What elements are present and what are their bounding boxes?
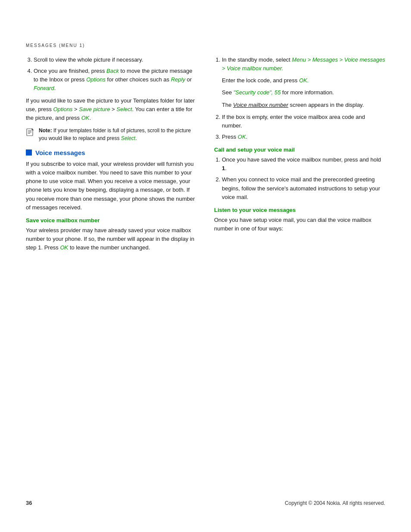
page-footer: 36 Copyright © 2004 Nokia. All rights re… [26,500,385,506]
reply-link: Reply [171,76,185,83]
enter-lock-code: Enter the lock code, and press OK. [222,76,385,85]
list-item-3: Scroll to view the whole picture if nece… [34,56,197,64]
hold-1: 1 [222,165,225,171]
ok-link4: OK [238,134,246,140]
voice-messages-body: If you subscribe to voice mail, your wir… [26,160,197,212]
note-icon [26,128,35,137]
menu-path-link: Menu > Messages > Voice messages > Voice… [222,56,385,72]
right-list-item-3: Press OK. [222,133,385,141]
svg-rect-1 [28,131,31,131]
voice-mailbox-italic: Voice mailbox number [233,102,288,108]
intro-list: Scroll to view the whole picture if nece… [34,56,197,93]
voice-messages-title: Voice messages [35,149,85,156]
note-text: Note: If your templates folder is full o… [39,127,197,142]
listen-title: Listen to your voice messages [214,207,385,213]
select-link2: Select [121,135,135,141]
page-header: Messages (Menu 1) [26,43,385,48]
voice-messages-section-header: Voice messages [26,149,197,156]
save-voice-mailbox-body: Your wireless provider may have already … [26,226,197,252]
see-security-code: See "Security code", 55 for more informa… [222,88,385,97]
save-voice-mailbox-title: Save voice mailbox number [26,217,197,224]
left-column: Scroll to view the whole picture if nece… [26,56,197,255]
call-setup-title: Call and setup your voice mail [214,146,385,153]
ok-link3: OK. [299,77,308,84]
ok-link2: OK [60,244,68,251]
options-link2: Options [53,106,73,112]
save-picture-link: Save picture [79,106,110,112]
page: Messages (Menu 1) Scroll to view the who… [0,0,411,532]
right-list-2: If the box is empty, enter the voice mai… [222,113,385,141]
voice-mailbox-screen-text: The Voice mailbox number screen appears … [222,101,385,109]
call-setup-item-2: When you connect to voice mail and the p… [222,175,385,201]
svg-rect-3 [28,133,30,134]
save-picture-paragraph: If you would like to save the picture to… [26,96,197,122]
options-link: Options [86,76,106,83]
select-link: Select [116,106,132,112]
right-list-item-1: In the standby mode, select Menu > Messa… [222,56,385,73]
note-bold: Note: [39,128,52,134]
list-item-3-text: Scroll to view the whole picture if nece… [34,56,143,63]
listen-body: Once you have setup voice mail, you can … [214,216,385,233]
right-list-1: In the standby mode, select Menu > Messa… [222,56,385,73]
security-code-link: "Security code", 55 [234,89,281,96]
right-list-item-2: If the box is empty, enter the voice mai… [222,113,385,130]
call-setup-item-1: Once you have saved the voice mailbox nu… [222,156,385,173]
svg-rect-2 [28,132,31,132]
two-column-layout: Scroll to view the whole picture if nece… [26,56,385,255]
note-box: Note: If your templates folder is full o… [26,127,197,142]
forward-link: Forward [34,85,54,91]
copyright-text: Copyright © 2004 Nokia. All rights reser… [285,500,385,506]
right-column: In the standby mode, select Menu > Messa… [214,56,385,236]
blue-square-icon [26,149,32,156]
list-item-4: Once you are finished, press Back to mov… [34,67,197,93]
back-link: Back [106,68,119,74]
call-setup-list: Once you have saved the voice mailbox nu… [222,156,385,202]
page-number: 36 [26,500,32,506]
ok-link: OK [81,115,90,121]
